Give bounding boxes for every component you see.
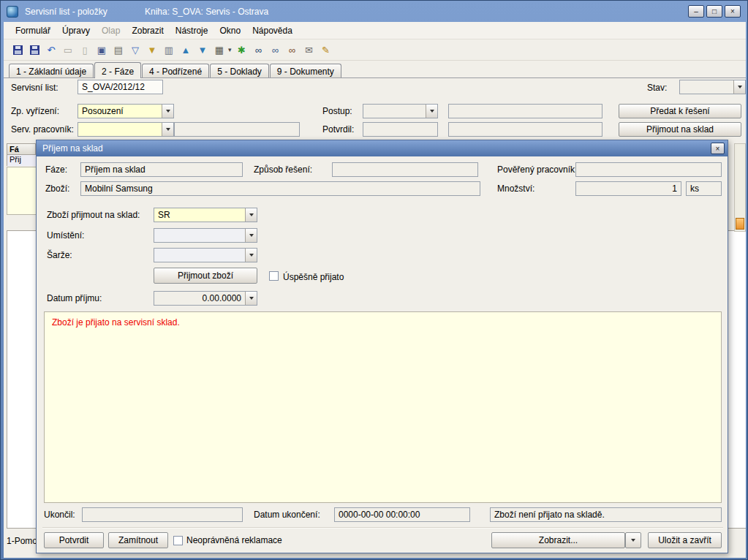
faze-label: Fáze: (45, 164, 67, 175)
close-button[interactable]: × (725, 5, 741, 18)
tab-podrizene[interactable]: 4 - Podřízené (142, 64, 209, 77)
tab-doklady[interactable]: 5 - Doklady (210, 64, 269, 77)
app-window: Servisní list - položky Kniha: S_OVA: Se… (0, 0, 748, 560)
actions-caret-icon[interactable]: ▾ (228, 46, 232, 53)
move-up-icon[interactable]: ▲ (179, 43, 192, 56)
chevron-down-icon[interactable] (162, 123, 173, 136)
tab-zakladni-udaje[interactable]: 1 - Základní údaje (9, 64, 94, 77)
find-next-icon[interactable]: ∞ (269, 43, 282, 56)
find-icon[interactable]: ∞ (252, 43, 265, 56)
mnozstvi-field[interactable]: 1 (575, 181, 681, 196)
stav-select[interactable] (679, 80, 746, 94)
mnozstvi-value: 1 (672, 183, 677, 194)
menu-nastroje[interactable]: Nástroje (170, 23, 214, 39)
sklad-status-value: Zboží není přijato na skladě. (494, 510, 605, 520)
tab-dokumenty[interactable]: 9 - Dokumenty (270, 64, 341, 77)
servisni-list-field[interactable]: S_OVA/2012/12 (78, 80, 163, 94)
datum-ukonceni-field[interactable]: 0000-00-00 00:00:00 (334, 507, 470, 522)
chevron-down-icon[interactable] (733, 80, 745, 94)
chevron-down-icon[interactable] (426, 105, 437, 118)
chevron-down-icon[interactable] (245, 208, 257, 222)
menu-napoveda[interactable]: Nápověda (246, 23, 298, 39)
filter-icon[interactable]: ▽ (129, 43, 142, 56)
mail-icon[interactable]: ✉ (303, 43, 316, 56)
memo-area[interactable]: Zboží je přijato na servisní sklad. (44, 311, 722, 503)
datum-prijmu-select[interactable]: 0.00.0000 (154, 291, 257, 306)
undo-icon[interactable]: ↶ (45, 43, 58, 56)
prijmout-zbozi-button[interactable]: Přijmout zboží (154, 268, 257, 284)
save-icon[interactable] (11, 43, 24, 56)
chevron-down-icon[interactable] (245, 249, 257, 262)
povereny-pracovnik-field[interactable] (575, 162, 722, 177)
potvrdil-detail-field[interactable] (448, 122, 602, 137)
uspesne-prijato-checkbox[interactable] (269, 271, 279, 281)
maximize-button[interactable]: □ (706, 5, 722, 18)
move-down-icon[interactable]: ▼ (196, 43, 209, 56)
mnozstvi-unit-field[interactable]: ks (686, 181, 722, 196)
neopravnena-reklamace-checkbox[interactable] (173, 536, 183, 545)
zamitnout-button[interactable]: Zamítnout (108, 532, 168, 548)
serv-pracovnik-detail-field[interactable] (174, 122, 300, 137)
ukoncil-field[interactable] (82, 507, 243, 522)
edit-icon[interactable]: ✎ (320, 43, 333, 56)
zobrazit-button[interactable]: Zobrazit... (491, 532, 625, 548)
datum-prijmu-value: 0.00.0000 (158, 292, 241, 305)
menu-upravy[interactable]: Úpravy (56, 23, 96, 39)
menu-olap: Olap (96, 23, 126, 39)
list-panel-right (728, 230, 746, 529)
divider (42, 527, 723, 529)
sarze-select[interactable] (154, 248, 257, 262)
chevron-down-icon[interactable] (245, 229, 257, 242)
grid-row[interactable]: Přij (7, 155, 36, 166)
sarze-label: Šarže: (47, 250, 72, 260)
chevron-down-icon[interactable] (245, 292, 257, 305)
zpusob-reseni-field[interactable] (332, 162, 478, 177)
zpusob-reseni-label: Způsob řešení: (254, 164, 312, 175)
zbozi-prijmout-label: Zboží přijmout na sklad: (47, 210, 140, 220)
predat-k-reseni-button[interactable]: Předat k řešení (619, 104, 741, 118)
povereny-pracovnik-label: Pověřený pracovník: (497, 164, 577, 175)
window-title: Servisní list - položky (25, 7, 107, 17)
menu-zobrazit[interactable]: Zobrazit (126, 23, 169, 39)
sklad-value: SR (158, 208, 241, 222)
actions-menu-icon[interactable]: ▦ (213, 43, 226, 56)
window-titlebar: Servisní list - položky Kniha: S_OVA: Se… (1, 1, 747, 21)
faze-field[interactable]: Příjem na sklad (80, 162, 243, 177)
postup-select[interactable] (363, 104, 438, 118)
postup-detail-field[interactable] (448, 104, 602, 118)
filter-custom-icon[interactable]: ▼ (146, 43, 159, 56)
postup-label: Postup: (322, 106, 352, 116)
umisteni-select[interactable] (154, 228, 257, 243)
serv-pracovnik-select[interactable] (78, 122, 174, 137)
print-icon[interactable]: ▥ (162, 43, 175, 56)
grid-column-header[interactable]: Fá (7, 143, 36, 155)
datum-ukonceni-label: Datum ukončení: (254, 510, 320, 520)
minimize-button[interactable]: – (688, 5, 704, 18)
prijmout-na-sklad-button[interactable]: Přijmout na sklad (619, 122, 741, 137)
scrollbar-thumb[interactable] (736, 218, 744, 230)
save-record-icon[interactable] (28, 43, 41, 56)
find-prev-icon[interactable]: ∞ (286, 43, 299, 56)
sklad-select[interactable]: SR (154, 208, 257, 222)
menu-okno[interactable]: Okno (214, 23, 246, 39)
datum-ukonceni-value: 0000-00-00 00:00:00 (339, 510, 420, 520)
grid-memo-panel-left (7, 167, 36, 215)
potvrdit-button[interactable]: Potvrdit (44, 532, 104, 548)
umisteni-label: Umístění: (47, 230, 84, 241)
chevron-down-icon[interactable] (162, 105, 173, 118)
servisni-list-value: S_OVA/2012/12 (82, 82, 145, 92)
potvrdil-field[interactable] (363, 122, 438, 137)
menu-formular[interactable]: Formulář (10, 23, 56, 39)
zbozi-field[interactable]: Mobilní Samsung (80, 181, 480, 196)
dialog-close-button[interactable]: × (711, 143, 725, 154)
zp-vyrizeni-select[interactable]: Posouzení (78, 104, 174, 118)
zobrazit-dropdown-button[interactable] (625, 532, 641, 548)
ulozit-a-zavrit-button[interactable]: Uložit a zavřít (648, 532, 722, 548)
refresh-icon[interactable]: ✱ (235, 43, 249, 56)
tab-faze[interactable]: 2 - Fáze (94, 62, 141, 78)
copy-icon[interactable]: ▣ (95, 43, 108, 56)
servisni-list-label: Servisní list: (11, 83, 58, 93)
mnozstvi-label: Množství: (497, 183, 534, 194)
paste-icon[interactable]: ▤ (112, 43, 125, 56)
floppy-glyph (30, 45, 39, 55)
